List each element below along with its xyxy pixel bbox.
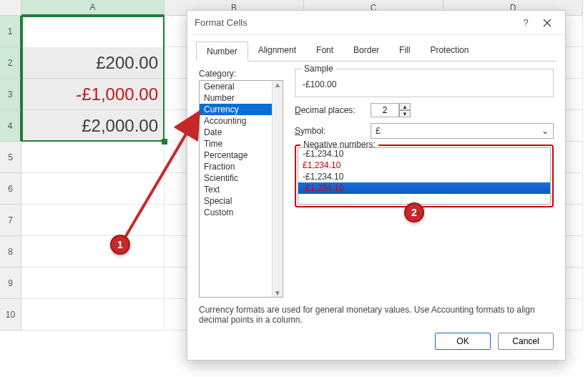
sample-label: Sample (301, 64, 336, 74)
tab-border[interactable]: Border (343, 41, 389, 61)
cell[interactable]: -£100.00 (21, 16, 165, 47)
row-header[interactable]: 7 (0, 205, 21, 236)
category-item[interactable]: Fraction (200, 161, 283, 172)
spin-up-icon[interactable]: ▲ (399, 103, 411, 110)
cell[interactable] (21, 173, 165, 205)
row-header[interactable]: 4 (0, 110, 21, 142)
cancel-button[interactable]: Cancel (498, 333, 554, 350)
negative-numbers-listbox[interactable]: -£1,234.10£1,234.10-£1,234.10-£1,234.10 (298, 147, 551, 205)
row-header[interactable]: 1 (0, 16, 21, 47)
category-item[interactable]: Time (200, 138, 283, 150)
row-header[interactable]: 2 (0, 47, 21, 79)
tab-bar: NumberAlignmentFontBorderFillProtection (187, 35, 565, 61)
cell[interactable]: £2,000.00 (21, 110, 165, 142)
category-item[interactable]: Date (200, 127, 283, 138)
decimal-places-label: Decimal places: (295, 105, 366, 115)
chevron-down-icon: ⌄ (542, 126, 549, 136)
category-item[interactable]: Custom (200, 207, 283, 218)
symbol-select[interactable]: £ ⌄ (371, 123, 554, 139)
scroll-down-icon: ▼ (274, 289, 281, 297)
tab-alignment[interactable]: Alignment (248, 41, 306, 61)
symbol-value: £ (376, 126, 381, 136)
symbol-label: Symbol: (295, 126, 366, 136)
cell[interactable] (21, 236, 165, 268)
category-listbox[interactable]: GeneralNumberCurrencyAccountingDateTimeP… (199, 80, 283, 298)
negative-option[interactable]: -£1,234.10 (298, 182, 550, 194)
cell[interactable] (21, 299, 165, 331)
cell[interactable] (21, 268, 165, 299)
row-header[interactable]: 10 (0, 299, 21, 331)
tab-protection[interactable]: Protection (420, 41, 479, 61)
category-label: Category: (199, 69, 283, 79)
tab-number[interactable]: Number (196, 41, 248, 62)
dialog-title: Format Cells (195, 17, 515, 28)
sample-value: -£100.00 (303, 79, 336, 89)
ok-button[interactable]: OK (435, 333, 491, 350)
decimal-places-input[interactable] (371, 103, 399, 117)
help-button[interactable]: ? (515, 14, 536, 32)
category-item[interactable]: Special (200, 195, 283, 207)
row-header[interactable]: 9 (0, 268, 21, 299)
annotation-badge-1: 1 (110, 235, 130, 255)
row-header[interactable]: 5 (0, 142, 21, 173)
annotation-badge-2: 2 (404, 202, 424, 222)
row-header[interactable]: 6 (0, 173, 21, 205)
cell[interactable] (21, 205, 165, 236)
category-item[interactable]: Currency (200, 104, 283, 115)
category-item[interactable]: Scientific (200, 172, 283, 184)
column-header-a[interactable]: A (21, 0, 165, 16)
close-button[interactable] (536, 14, 558, 32)
spin-down-icon[interactable]: ▼ (399, 110, 411, 117)
negative-option[interactable]: -£1,234.10 (298, 148, 550, 160)
cell[interactable]: -£1,000.00 (21, 79, 165, 110)
category-item[interactable]: Number (200, 92, 283, 104)
tab-font[interactable]: Font (306, 41, 343, 61)
cell[interactable] (21, 142, 165, 173)
category-item[interactable]: General (200, 81, 283, 92)
category-item[interactable]: Accounting (200, 115, 283, 127)
format-cells-dialog: Format Cells ? NumberAlignmentFontBorder… (187, 10, 566, 361)
close-icon (543, 19, 552, 27)
row-header[interactable]: 8 (0, 236, 21, 268)
cell[interactable]: £200.00 (21, 47, 165, 79)
row-header[interactable]: 3 (0, 79, 21, 110)
sample-box: Sample -£100.00 (295, 69, 554, 97)
category-item[interactable]: Percentage (200, 150, 283, 161)
decimal-places-spinner[interactable]: ▲ ▼ (371, 103, 411, 117)
negative-numbers-highlight: Negative numbers: -£1,234.10£1,234.10-£1… (295, 145, 554, 207)
scrollbar[interactable]: ▲ ▼ (272, 81, 283, 297)
scroll-up-icon: ▲ (274, 81, 281, 89)
select-all-corner[interactable] (0, 0, 21, 16)
negative-option[interactable]: £1,234.10 (298, 160, 550, 171)
category-description: Currency formats are used for general mo… (187, 298, 565, 325)
dialog-titlebar: Format Cells ? (187, 11, 565, 35)
category-item[interactable]: Text (200, 184, 283, 195)
tab-fill[interactable]: Fill (389, 41, 420, 61)
negative-option[interactable]: -£1,234.10 (298, 171, 550, 182)
